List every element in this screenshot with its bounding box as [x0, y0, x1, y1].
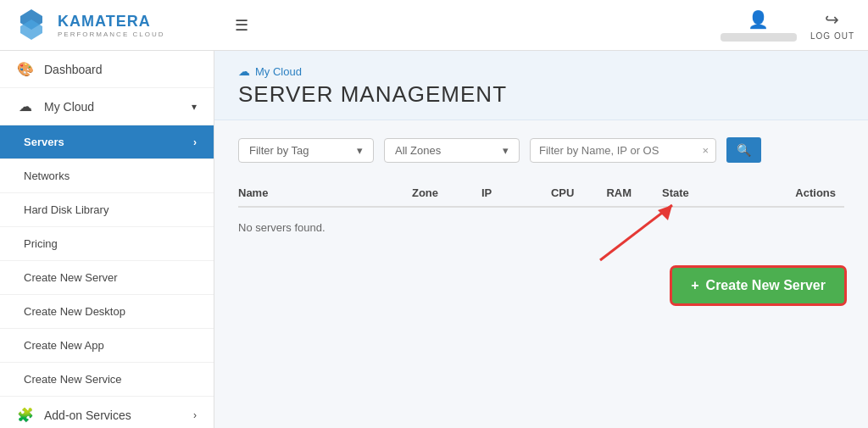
sidebar-item-create-new-desktop-label: Create New Desktop: [24, 305, 125, 318]
col-header-name: Name: [238, 186, 412, 199]
clear-filter-icon[interactable]: ×: [695, 139, 715, 162]
user-icon-wrap: 👤: [721, 9, 797, 42]
sidebar-item-networks-label: Networks: [24, 170, 70, 182]
content-body: Filter by Tag ▾ All Zones ▾ × 🔍 Name Zon…: [214, 120, 868, 428]
sidebar-item-add-on-services[interactable]: 🧩 Add-on Services ›: [0, 397, 214, 428]
sidebar-item-hard-disk-library-label: Hard Disk Library: [24, 203, 108, 216]
content-header: ☁ My Cloud SERVER MANAGEMENT: [214, 51, 868, 120]
user-icon: 👤: [748, 9, 769, 30]
col-header-zone: Zone: [412, 186, 481, 199]
sidebar-item-pricing-label: Pricing: [24, 237, 58, 250]
top-header: KAMATERA PERFORMANCE CLOUD ☰ 👤 ↪ LOG OUT: [0, 0, 868, 51]
sidebar-item-create-new-server[interactable]: Create New Server: [0, 261, 214, 295]
sidebar-item-create-new-app-label: Create New App: [24, 339, 104, 352]
sidebar-item-pricing[interactable]: Pricing: [0, 227, 214, 261]
sidebar: 🎨 Dashboard ☁ My Cloud ▾ Servers › Netwo…: [0, 51, 214, 428]
breadcrumb-label: My Cloud: [255, 65, 302, 78]
logo-sub: PERFORMANCE CLOUD: [58, 31, 164, 38]
col-header-ip: IP: [481, 186, 551, 199]
hamburger-button[interactable]: ☰: [228, 13, 255, 38]
search-button[interactable]: 🔍: [726, 137, 761, 163]
sidebar-item-hard-disk-library[interactable]: Hard Disk Library: [0, 193, 214, 227]
content-area: ☁ My Cloud SERVER MANAGEMENT Filter by T…: [214, 51, 868, 428]
filters-row: Filter by Tag ▾ All Zones ▾ × 🔍: [238, 137, 844, 163]
sidebar-item-my-cloud-label: My Cloud: [44, 100, 94, 114]
logout-button[interactable]: ↪ LOG OUT: [810, 9, 854, 41]
sidebar-item-create-new-desktop[interactable]: Create New Desktop: [0, 295, 214, 329]
logout-icon: ↪: [825, 9, 839, 30]
create-server-plus-icon: +: [691, 278, 698, 293]
page-title: SERVER MANAGEMENT: [238, 81, 844, 108]
zone-filter-label: All Zones: [395, 144, 441, 157]
zone-filter-select[interactable]: All Zones ▾: [384, 138, 520, 163]
main-layout: 🎨 Dashboard ☁ My Cloud ▾ Servers › Netwo…: [0, 51, 868, 428]
sidebar-item-create-new-service-label: Create New Service: [24, 373, 122, 386]
arrow-right-icon: ›: [193, 136, 197, 148]
breadcrumb: ☁ My Cloud: [238, 64, 844, 78]
sidebar-item-create-new-server-label: Create New Server: [24, 271, 118, 284]
logo-icon: [14, 8, 49, 43]
bottom-area: + Create New Server: [238, 268, 844, 312]
user-bar: [721, 33, 797, 42]
svg-marker-3: [658, 205, 672, 220]
zone-filter-chevron: ▾: [503, 144, 509, 157]
sidebar-item-create-new-service[interactable]: Create New Service: [0, 363, 214, 397]
sidebar-item-networks[interactable]: Networks: [0, 159, 214, 193]
sidebar-item-dashboard[interactable]: 🎨 Dashboard: [0, 51, 214, 88]
logout-label: LOG OUT: [810, 31, 854, 41]
chevron-right-icon: ›: [193, 409, 197, 421]
no-servers-message: No servers found.: [238, 221, 844, 234]
sidebar-item-servers[interactable]: Servers ›: [0, 125, 214, 159]
create-server-label: Create New Server: [706, 278, 826, 293]
name-ip-os-filter-wrap: ×: [530, 138, 716, 163]
cloud-icon: ☁: [17, 98, 34, 114]
chevron-down-icon: ▾: [192, 101, 197, 113]
tag-filter-label: Filter by Tag: [249, 144, 309, 157]
tag-filter-select[interactable]: Filter by Tag ▾: [238, 138, 374, 163]
header-user-area: 👤 ↪ LOG OUT: [721, 9, 854, 42]
name-ip-os-input[interactable]: [531, 139, 695, 162]
col-header-actions: Actions: [732, 186, 844, 199]
sidebar-item-servers-label: Servers: [24, 136, 64, 148]
table-header: Name Zone IP CPU RAM State Actions: [238, 180, 844, 208]
puzzle-icon: 🧩: [17, 407, 34, 423]
breadcrumb-cloud-icon: ☁: [238, 64, 250, 78]
sidebar-item-create-new-app[interactable]: Create New App: [0, 329, 214, 363]
sidebar-item-add-on-services-label: Add-on Services: [44, 409, 131, 422]
red-arrow: [592, 197, 693, 264]
logo-text: KAMATERA PERFORMANCE CLOUD: [58, 13, 164, 38]
logo-area: KAMATERA PERFORMANCE CLOUD: [14, 8, 228, 43]
sidebar-item-my-cloud[interactable]: ☁ My Cloud ▾: [0, 88, 214, 125]
sidebar-item-dashboard-label: Dashboard: [44, 63, 103, 76]
dashboard-icon: 🎨: [17, 61, 34, 77]
tag-filter-chevron: ▾: [357, 144, 363, 157]
logo-name: KAMATERA: [58, 13, 164, 31]
create-new-server-button[interactable]: + Create New Server: [672, 268, 844, 303]
